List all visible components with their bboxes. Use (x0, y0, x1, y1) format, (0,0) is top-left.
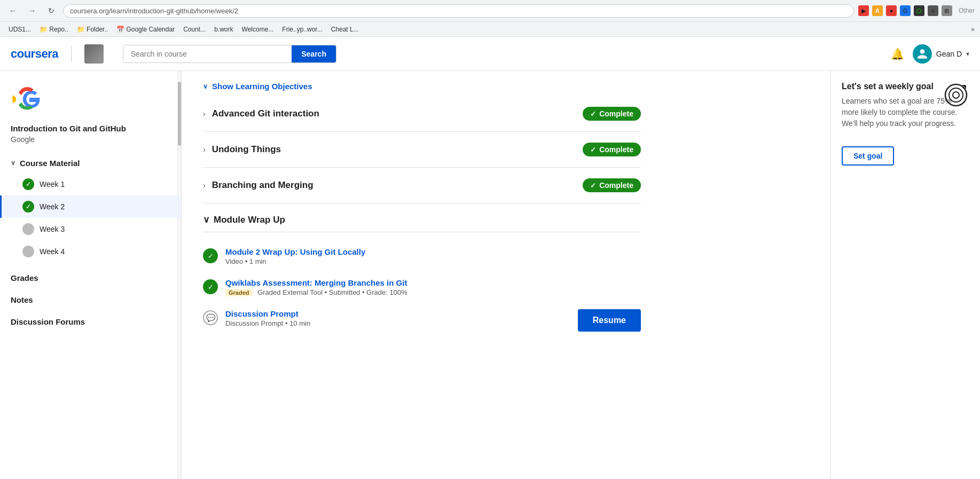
ext-icon-2: A (872, 5, 883, 16)
section-advanced-git-complete-badge: ✓ Complete (583, 107, 641, 121)
course-title: Introduction to Git and GitHub (11, 123, 126, 134)
ext-icon-6: ≡ (928, 5, 938, 16)
sidebar-item-grades[interactable]: Grades (0, 267, 181, 289)
content-item-qwiklabs: ✓ Qwiklabs Assessment: Merging Branches … (203, 272, 641, 303)
show-learning-objectives-bar[interactable]: ∨ Show Learning Objectives (203, 71, 641, 96)
refresh-button[interactable]: ↻ (44, 3, 59, 18)
back-button[interactable]: ← (5, 3, 20, 18)
bookmark-5[interactable]: Count... (180, 25, 209, 34)
section-advanced-git: › Advanced Git interaction ✓ Complete (203, 96, 641, 132)
bookmark-1[interactable]: UDS1... (5, 25, 34, 34)
sidebar-scroll-track (177, 71, 181, 479)
discussion-item-subtitle: Discussion Prompt • 10 min (225, 319, 570, 327)
bookmark-8[interactable]: Frie..yp..wor... (279, 25, 325, 34)
avatar (913, 44, 932, 64)
sidebar-item-week1[interactable]: ✓ Week 1 (0, 173, 181, 195)
sidebar-item-notes[interactable]: Notes (0, 289, 181, 311)
section-undoing-things: › Undoing Things ✓ Complete (203, 132, 641, 168)
section-chevron-icon: › (203, 109, 206, 118)
section-advanced-git-title: Advanced Git interaction (212, 108, 319, 119)
week1-complete-icon: ✓ (22, 178, 34, 190)
course-material-section: ∨ Course Material ✓ Week 1 ✓ Week 2 Week… (0, 149, 181, 267)
user-name: Gean D (936, 50, 962, 58)
section-branching: › Branching and Merging ✓ Complete (203, 168, 641, 203)
week2-complete-icon: ✓ (22, 201, 34, 213)
objectives-chevron-icon: ∨ (203, 83, 208, 90)
video-complete-icon: ✓ (203, 248, 218, 263)
complete-check-icon-2: ✓ (590, 146, 596, 154)
content-area: ∨ Show Learning Objectives › Advanced Gi… (182, 71, 662, 349)
module-wrap-header[interactable]: ∨ Module Wrap Up (203, 214, 641, 225)
section-title-row-2: › Undoing Things (203, 144, 281, 155)
browser-chrome: ← → ↻ coursera.org/learn/introduction-gi… (0, 0, 980, 22)
qwiklabs-item-title[interactable]: Qwiklabs Assessment: Merging Branches in… (225, 278, 641, 287)
notification-bell-icon[interactable]: 🔔 (891, 48, 904, 60)
video-item-body: Module 2 Wrap Up: Using Git Locally Vide… (225, 247, 641, 265)
week4-incomplete-icon (22, 246, 34, 257)
course-material-label: Course Material (20, 159, 80, 168)
section-undoing-title: Undoing Things (212, 144, 281, 155)
bookmarks-bar: UDS1... 📁 Repo.. 📁 Folder.. 📅 Google Cal… (0, 22, 980, 37)
section-chevron-icon-2: › (203, 145, 206, 154)
sidebar-item-week4[interactable]: Week 4 (0, 240, 181, 263)
weekly-goal-card: Let's set a weekly goal Learners who set… (842, 82, 969, 166)
ext-icon-4: G (900, 5, 911, 16)
show-objectives-label: Show Learning Objectives (212, 82, 312, 91)
bookmark-9[interactable]: Cheat L... (328, 25, 362, 34)
forward-button[interactable]: → (25, 3, 40, 18)
ext-icon-5: ⬡ (914, 5, 924, 16)
module-wrap-label: Module Wrap Up (214, 215, 285, 225)
ext-icon-7: ⊞ (942, 5, 952, 16)
section-branching-header[interactable]: › Branching and Merging ✓ Complete (203, 178, 641, 192)
content-item-discussion: 💬 Discussion Prompt Discussion Prompt • … (203, 303, 641, 338)
sidebar-item-week3[interactable]: Week 3 (0, 218, 181, 240)
complete-check-icon: ✓ (590, 110, 596, 118)
wrap-up-divider (203, 232, 641, 232)
qwiklabs-item-subtitle: Graded Graded External Tool • Submitted … (225, 288, 641, 296)
ext-icon-3: ● (886, 5, 897, 16)
course-material-header[interactable]: ∨ Course Material (0, 153, 181, 173)
app-header: coursera Search 🔔 Gean D ▾ (0, 37, 980, 71)
section-title-row: › Advanced Git interaction (203, 108, 319, 119)
course-provider: Google (11, 135, 35, 144)
svg-point-1 (949, 88, 963, 102)
bookmark-3[interactable]: 📁 Folder.. (74, 25, 111, 34)
section-branching-title: Branching and Merging (212, 180, 313, 191)
section-advanced-git-header[interactable]: › Advanced Git interaction ✓ Complete (203, 107, 641, 121)
video-item-subtitle: Video • 1 min (225, 257, 641, 265)
main-layout: Introduction to Git and GitHub Google ∨ … (0, 71, 980, 479)
week3-incomplete-icon (22, 223, 34, 235)
sidebar-scrollbar[interactable] (178, 82, 181, 146)
sidebar-item-week2[interactable]: ✓ Week 2 (0, 195, 181, 218)
wrap-up-chevron-icon: ∨ (203, 214, 209, 225)
graded-badge: Graded (225, 289, 253, 296)
bookmark-4[interactable]: 📅 Google Calendar (113, 25, 178, 34)
section-title-row-3: › Branching and Merging (203, 180, 313, 191)
bookmark-6[interactable]: b.work (211, 25, 236, 34)
bookmarks-more[interactable]: » (971, 26, 975, 33)
bookmark-2[interactable]: 📁 Repo.. (36, 25, 72, 34)
user-avatar-container[interactable]: Gean D ▾ (913, 44, 969, 64)
week4-label: Week 4 (40, 247, 65, 256)
qwiklabs-subtitle-text: Graded External Tool • Submitted • Grade… (257, 288, 407, 296)
search-button[interactable]: Search (292, 45, 336, 62)
resume-button[interactable]: Resume (578, 309, 641, 332)
user-menu-chevron-icon: ▾ (966, 50, 969, 58)
address-bar[interactable]: coursera.org/learn/introduction-git-gith… (63, 4, 854, 18)
video-item-title[interactable]: Module 2 Wrap Up: Using Git Locally (225, 247, 641, 256)
bookmark-7[interactable]: Welcome... (239, 25, 277, 34)
week3-label: Week 3 (40, 225, 65, 233)
target-icon (943, 82, 969, 108)
set-goal-button[interactable]: Set goal (842, 146, 894, 166)
week1-label: Week 1 (40, 180, 65, 189)
search-input[interactable] (123, 45, 292, 62)
search-container: Search (123, 45, 336, 63)
discussion-item-title[interactable]: Discussion Prompt (225, 309, 570, 318)
section-undoing-things-header[interactable]: › Undoing Things ✓ Complete (203, 143, 641, 156)
other-label: Other (959, 7, 975, 14)
header-right: 🔔 Gean D ▾ (891, 44, 969, 64)
main-content: ∨ Show Learning Objectives › Advanced Gi… (182, 71, 830, 479)
sidebar-item-discussion-forums[interactable]: Discussion Forums (0, 311, 181, 333)
discussion-icon: 💬 (203, 310, 218, 325)
ext-icon-1: ▶ (858, 5, 869, 16)
